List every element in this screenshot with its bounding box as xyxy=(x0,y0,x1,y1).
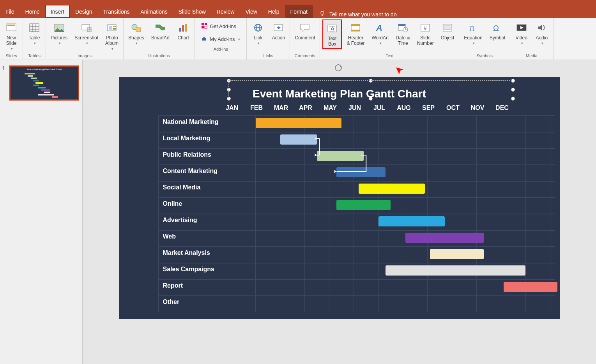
month-col: JUL xyxy=(367,104,392,111)
table-icon xyxy=(28,21,41,34)
shapes-icon xyxy=(129,21,143,34)
get-addins-button[interactable]: Get Add-ins xyxy=(199,21,242,32)
annotation-arrow: ➤ xyxy=(392,63,406,78)
gantt-bar[interactable] xyxy=(317,151,364,161)
tab-animations[interactable]: Animations xyxy=(135,5,173,18)
gantt-bar[interactable] xyxy=(386,265,525,276)
month-col: JAN xyxy=(220,104,244,111)
svg-rect-35 xyxy=(351,24,360,26)
chart-title[interactable]: Event Marketing Plan Gantt Chart xyxy=(119,88,560,100)
tab-insert[interactable]: Insert xyxy=(45,5,70,18)
photo-album-button[interactable]: Photo Album xyxy=(103,19,121,52)
gantt-cells xyxy=(256,263,555,279)
symbol-button[interactable]: Ω Symbol xyxy=(487,19,508,42)
month-col: SEP xyxy=(416,104,441,111)
slide-number-icon: # xyxy=(419,21,432,34)
audio-button[interactable]: Audio xyxy=(533,19,551,47)
table-button[interactable]: Table xyxy=(25,19,43,47)
screenshot-button[interactable]: + Screenshot xyxy=(72,19,101,47)
equation-button[interactable]: π Equation xyxy=(462,19,485,47)
svg-rect-22 xyxy=(202,23,204,25)
gantt-row: Social Media xyxy=(158,181,555,197)
gantt-bar[interactable] xyxy=(430,249,484,259)
gantt-bar[interactable] xyxy=(504,282,558,292)
wordart-icon: A xyxy=(373,21,387,34)
smartart-button[interactable]: SmartArt xyxy=(149,19,172,42)
svg-rect-2 xyxy=(7,25,15,26)
tab-home[interactable]: Home xyxy=(20,5,45,18)
gantt-bar[interactable] xyxy=(405,233,484,243)
group-label-addins: Add-ins xyxy=(197,46,244,52)
svg-point-50 xyxy=(335,65,341,71)
date-time-button[interactable]: Date & Time xyxy=(393,19,412,48)
shapes-button[interactable]: Shapes xyxy=(126,19,147,47)
gantt-cells xyxy=(256,198,555,214)
gantt-bar[interactable] xyxy=(378,216,445,226)
object-button[interactable]: Object xyxy=(439,19,457,42)
month-col: OCT xyxy=(441,104,465,111)
svg-text:A: A xyxy=(331,25,334,32)
svg-rect-36 xyxy=(351,30,360,31)
audio-icon xyxy=(535,21,548,34)
gantt-rows: National MarketingLocal MarketingPublic … xyxy=(158,115,555,312)
task-label: Local Marketing xyxy=(158,133,256,148)
chart-icon xyxy=(177,21,190,34)
gantt-bar[interactable] xyxy=(280,134,317,145)
svg-text:π: π xyxy=(469,24,475,32)
text-box-icon: A xyxy=(325,22,339,35)
slide-number-button[interactable]: # Slide Number xyxy=(415,19,436,48)
rotate-handle-icon[interactable] xyxy=(334,63,343,72)
svg-rect-23 xyxy=(205,23,207,25)
gantt-row: Public Relations xyxy=(158,148,555,164)
slide-thumbnail-1[interactable]: 1 Event Marketing Plan Gantt Chart xyxy=(9,65,79,101)
slide-canvas-area[interactable]: ➤ Event Marketing Plan Gantt Chart JAN F… xyxy=(83,60,596,364)
video-button[interactable]: Video xyxy=(513,19,531,47)
month-col: FEB xyxy=(244,104,269,111)
new-slide-button[interactable]: New Slide xyxy=(2,19,20,52)
pictures-icon xyxy=(53,21,66,34)
tab-file[interactable]: File xyxy=(0,5,20,18)
svg-text:A: A xyxy=(376,23,382,32)
header-footer-button[interactable]: Header & Footer xyxy=(344,19,367,48)
svg-rect-21 xyxy=(185,24,187,32)
gantt-cells xyxy=(256,247,555,263)
tab-review[interactable]: Review xyxy=(211,5,240,18)
wordart-button[interactable]: A WordArt xyxy=(369,19,391,47)
task-label: Public Relations xyxy=(158,149,256,164)
gantt-row: Online xyxy=(158,197,555,214)
gantt-row: Report xyxy=(158,279,555,295)
workspace: 1 Event Marketing Plan Gantt Chart ➤ xyxy=(0,60,596,364)
slide-canvas[interactable]: Event Marketing Plan Gantt Chart JAN FEB… xyxy=(119,77,560,319)
gantt-cells xyxy=(256,182,555,197)
tab-slideshow[interactable]: Slide Show xyxy=(173,5,211,18)
tell-me-search[interactable]: Tell me what you want to do xyxy=(313,11,403,18)
new-slide-icon xyxy=(5,21,18,34)
gantt-bar[interactable] xyxy=(256,118,342,128)
tab-format[interactable]: Format xyxy=(285,5,313,18)
gantt-bar[interactable] xyxy=(336,167,386,177)
month-header-row: JAN FEB MAR APR MAY JUN JUL AUG SEP OCT … xyxy=(220,104,515,111)
svg-rect-20 xyxy=(182,25,184,32)
gantt-bar[interactable] xyxy=(359,184,425,194)
object-icon xyxy=(441,21,454,34)
group-label-text: Text xyxy=(322,53,456,59)
my-addins-button[interactable]: My Add-ins xyxy=(199,34,242,44)
text-box-button[interactable]: A Text Box xyxy=(322,19,342,49)
gantt-row: Market Analysis xyxy=(158,246,555,263)
tab-transitions[interactable]: Transitions xyxy=(98,5,135,18)
chart-button[interactable]: Chart xyxy=(174,19,192,42)
gantt-bar[interactable] xyxy=(336,200,391,210)
comment-button[interactable]: Comment xyxy=(292,19,317,42)
action-button[interactable]: Action xyxy=(269,19,287,42)
tab-design[interactable]: Design xyxy=(70,5,98,18)
tab-help[interactable]: Help xyxy=(263,5,285,18)
svg-rect-46 xyxy=(445,26,450,30)
photo-album-icon xyxy=(105,21,118,34)
comment-icon xyxy=(298,21,311,34)
group-label-symbols: Symbols xyxy=(462,53,507,59)
task-label: Other xyxy=(158,296,256,312)
gantt-row: Web xyxy=(158,230,555,246)
link-button[interactable]: Link xyxy=(249,19,267,47)
pictures-button[interactable]: Pictures xyxy=(48,19,70,47)
tab-view[interactable]: View xyxy=(240,5,263,18)
